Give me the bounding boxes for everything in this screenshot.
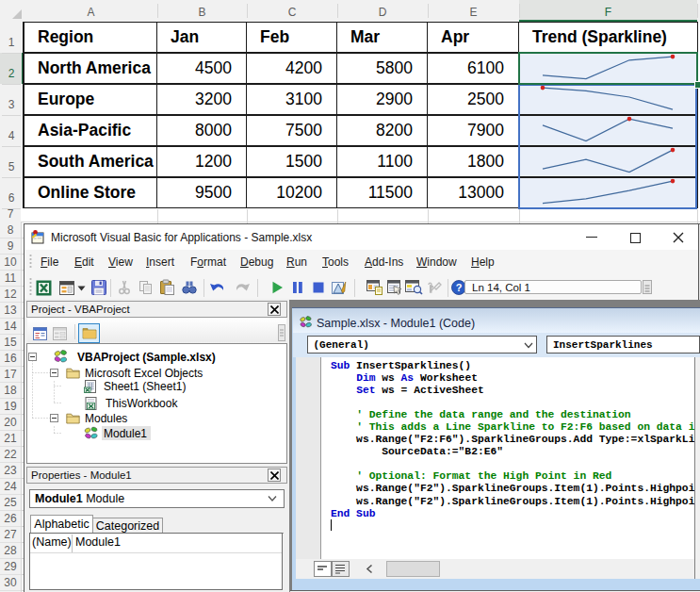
svg-text:?: ? bbox=[456, 282, 463, 293]
